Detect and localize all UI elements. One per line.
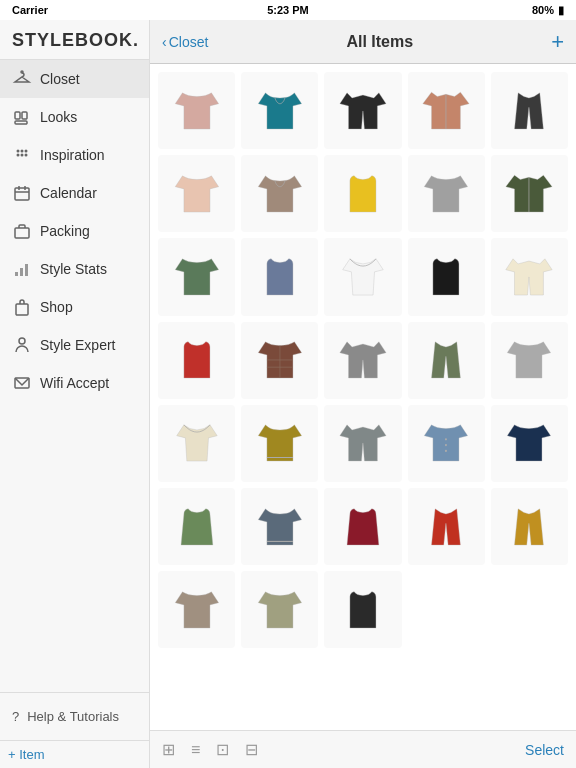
clothes-item[interactable] [241,72,318,149]
clothes-item[interactable] [241,322,318,399]
clothes-item[interactable] [158,571,235,648]
add-item-button[interactable]: + Item [8,747,45,762]
carrier-label: Carrier [12,4,48,16]
back-button[interactable]: ‹ Closet [162,34,208,50]
clothes-item[interactable] [491,488,568,565]
sidebar-item-packing[interactable]: Packing [0,212,149,250]
clothes-item[interactable] [491,72,568,149]
sidebar-item-wifi-accept[interactable]: Wifi Accept [0,364,149,402]
clothes-item[interactable] [324,405,401,482]
clothes-item[interactable] [324,72,401,149]
clothes-item[interactable] [324,322,401,399]
clothes-grid [150,64,576,730]
clothes-item[interactable] [158,238,235,315]
svg-point-4 [17,150,20,153]
clothes-item[interactable] [241,238,318,315]
clothes-item[interactable] [408,322,485,399]
sidebar-item-looks[interactable]: Looks [0,98,149,136]
clothes-item[interactable] [324,238,401,315]
sidebar-item-calendar[interactable]: Calendar [0,174,149,212]
svg-rect-16 [20,268,23,276]
sidebar-item-label: Inspiration [40,147,105,163]
clothes-item[interactable] [241,571,318,648]
help-tutorials-item[interactable]: ? Help & Tutorials [0,701,149,732]
add-item-label: + Item [8,747,45,762]
help-label: Help & Tutorials [27,709,119,724]
sidebar-nav: Closet Looks Inspiration Calendar Packin… [0,60,149,692]
clothes-item[interactable] [408,238,485,315]
battery-icon: ▮ [558,4,564,17]
clothes-item[interactable] [324,155,401,232]
svg-rect-1 [15,112,20,119]
svg-rect-3 [15,121,27,124]
clothes-item[interactable] [408,488,485,565]
svg-point-19 [19,338,25,344]
sidebar: STYLEBOOK. Closet Looks Inspiration Cale… [0,20,150,768]
select-button[interactable]: Select [525,742,564,758]
svg-rect-14 [15,228,29,238]
sort-icon[interactable]: ⊟ [245,740,258,759]
time-label: 5:23 PM [267,4,309,16]
svg-point-0 [21,71,23,73]
status-right: 80% ▮ [532,4,564,17]
svg-point-8 [21,154,24,157]
sidebar-item-label: Calendar [40,185,97,201]
sidebar-item-label: Style Stats [40,261,107,277]
clothes-item[interactable] [158,405,235,482]
clothes-item[interactable] [158,488,235,565]
clothes-item[interactable] [491,155,568,232]
clothes-item[interactable] [408,405,485,482]
clothes-item[interactable] [491,322,568,399]
battery-label: 80% [532,4,554,16]
envelope-icon [12,373,32,393]
svg-rect-2 [22,112,27,119]
grid-icon[interactable]: ⊞ [162,740,175,759]
sidebar-item-label: Shop [40,299,73,315]
clothes-item[interactable] [324,488,401,565]
sidebar-item-style-stats[interactable]: Style Stats [0,250,149,288]
svg-point-5 [21,150,24,153]
main-content: ‹ Closet All Items + [150,20,576,768]
svg-rect-18 [16,304,28,315]
sidebar-item-style-expert[interactable]: Style Expert [0,326,149,364]
app-logo: STYLEBOOK. [12,30,139,50]
star-icon [12,145,32,165]
add-button[interactable]: + [551,29,564,55]
nav-bar: ‹ Closet All Items + [150,20,576,64]
svg-point-28 [445,444,447,446]
sidebar-item-shop[interactable]: Shop [0,288,149,326]
svg-rect-15 [15,272,18,276]
clothes-item[interactable] [241,155,318,232]
svg-rect-10 [15,188,29,200]
clothes-item[interactable] [491,405,568,482]
svg-point-9 [25,154,28,157]
clothes-item[interactable] [491,238,568,315]
chart-icon [12,259,32,279]
sidebar-item-label: Style Expert [40,337,115,353]
svg-rect-17 [25,264,28,276]
sidebar-item-inspiration[interactable]: Inspiration [0,136,149,174]
suitcase-icon [12,221,32,241]
clothes-item[interactable] [241,405,318,482]
clothes-item[interactable] [241,488,318,565]
hanger-icon [12,69,32,89]
clothes-item[interactable] [158,322,235,399]
sidebar-toolbar: + Item [0,740,149,768]
sidebar-logo: STYLEBOOK. [0,20,149,60]
svg-point-6 [25,150,28,153]
page-title: All Items [346,33,413,51]
clothes-item[interactable] [158,72,235,149]
clothes-item[interactable] [408,155,485,232]
clothes-item[interactable] [408,72,485,149]
filter-icon[interactable]: ⊡ [216,740,229,759]
clothes-item[interactable] [158,155,235,232]
heart-icon [12,107,32,127]
sidebar-item-closet[interactable]: Closet [0,60,149,98]
clothes-item[interactable] [324,571,401,648]
list-icon[interactable]: ≡ [191,741,200,759]
status-bar: Carrier 5:23 PM 80% ▮ [0,0,576,20]
back-chevron-icon: ‹ [162,34,167,50]
bag-icon [12,297,32,317]
person-icon [12,335,32,355]
help-icon: ? [12,709,19,724]
